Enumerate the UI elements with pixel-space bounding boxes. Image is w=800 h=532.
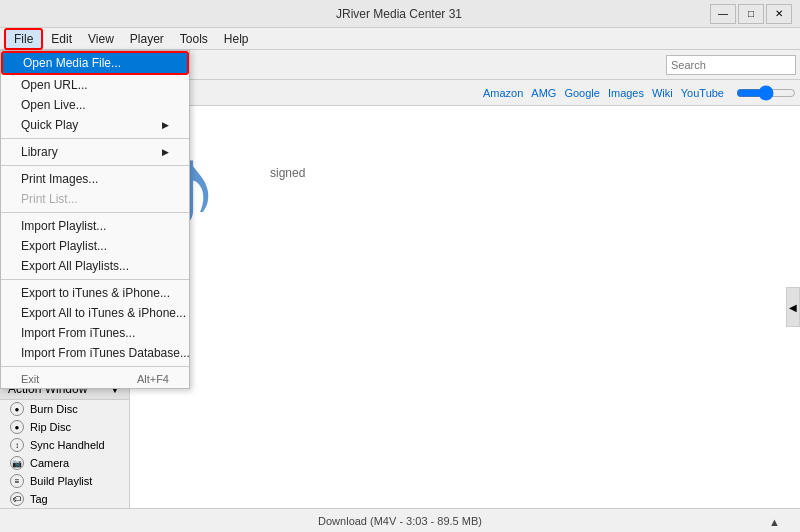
menu-file[interactable]: File	[4, 28, 43, 50]
menu-export-all-playlists[interactable]: Export All Playlists...	[1, 256, 189, 276]
file-dropdown: Open Media File... Open URL... Open Live…	[0, 50, 190, 389]
title-bar: JRiver Media Center 31 — □ ✕	[0, 0, 800, 28]
menu-import-playlist[interactable]: Import Playlist...	[1, 216, 189, 236]
menu-open-url[interactable]: Open URL...	[1, 75, 189, 95]
search-input[interactable]	[666, 55, 796, 75]
sync-handheld-label: Sync Handheld	[30, 439, 105, 451]
status-bar: Download (M4V - 3:03 - 89.5 MB) ▲	[0, 508, 800, 532]
sync-handheld-icon: ↕	[10, 438, 24, 452]
exit-label: Exit	[21, 373, 39, 385]
menu-quick-play[interactable]: Quick Play	[1, 115, 189, 135]
action-tag[interactable]: 🏷 Tag	[0, 490, 129, 508]
menu-open-live[interactable]: Open Live...	[1, 95, 189, 115]
menu-help[interactable]: Help	[216, 28, 257, 50]
search-box	[666, 55, 796, 75]
build-playlist-label: Build Playlist	[30, 475, 92, 487]
action-build-playlist[interactable]: ≡ Build Playlist	[0, 472, 129, 490]
amg-link[interactable]: AMG	[531, 87, 556, 99]
menu-library[interactable]: Library	[1, 142, 189, 162]
burn-disc-label: Burn Disc	[30, 403, 78, 415]
close-button[interactable]: ✕	[766, 4, 792, 24]
action-burn-disc[interactable]: ● Burn Disc	[0, 400, 129, 418]
menu-print-images[interactable]: Print Images...	[1, 169, 189, 189]
maximize-button[interactable]: □	[738, 4, 764, 24]
burn-disc-icon: ●	[10, 402, 24, 416]
tag-icon: 🏷	[10, 492, 24, 506]
action-window: Action Window ▼ ● Burn Disc ● Rip Disc ↕…	[0, 378, 130, 508]
separator-1	[1, 138, 189, 139]
status-text: Download (M4V - 3:03 - 89.5 MB)	[318, 515, 482, 527]
separator-5	[1, 366, 189, 367]
menu-import-itunes[interactable]: Import From iTunes...	[1, 323, 189, 343]
rip-disc-icon: ●	[10, 420, 24, 434]
menu-open-media-file[interactable]: Open Media File...	[1, 51, 189, 75]
title-bar-controls: — □ ✕	[710, 4, 792, 24]
slider-input[interactable]	[736, 86, 796, 100]
menu-player[interactable]: Player	[122, 28, 172, 50]
wiki-link[interactable]: Wiki	[652, 87, 673, 99]
menu-view[interactable]: View	[80, 28, 122, 50]
menu-print-list: Print List...	[1, 189, 189, 209]
action-camera[interactable]: 📷 Camera	[0, 454, 129, 472]
images-link[interactable]: Images	[608, 87, 644, 99]
menu-bar: File Edit View Player Tools Help Open Me…	[0, 28, 800, 50]
google-link[interactable]: Google	[564, 87, 599, 99]
menu-exit[interactable]: Exit Alt+F4	[1, 370, 189, 388]
menu-edit[interactable]: Edit	[43, 28, 80, 50]
separator-4	[1, 279, 189, 280]
action-sync-handheld[interactable]: ↕ Sync Handheld	[0, 436, 129, 454]
build-playlist-icon: ≡	[10, 474, 24, 488]
separator-3	[1, 212, 189, 213]
menu-export-itunes[interactable]: Export to iTunes & iPhone...	[1, 283, 189, 303]
menu-import-itunes-db[interactable]: Import From iTunes Database...	[1, 343, 189, 363]
scroll-up-icon[interactable]: ▲	[769, 516, 780, 528]
action-rip-disc[interactable]: ● Rip Disc	[0, 418, 129, 436]
title-bar-title: JRiver Media Center 31	[88, 7, 710, 21]
rip-disc-label: Rip Disc	[30, 421, 71, 433]
camera-icon: 📷	[10, 456, 24, 470]
signed-text: signed	[270, 166, 305, 180]
youtube-link[interactable]: YouTube	[681, 87, 724, 99]
tag-label: Tag	[30, 493, 48, 505]
exit-shortcut: Alt+F4	[137, 373, 169, 385]
menu-export-playlist[interactable]: Export Playlist...	[1, 236, 189, 256]
camera-label: Camera	[30, 457, 69, 469]
separator-2	[1, 165, 189, 166]
amazon-link[interactable]: Amazon	[483, 87, 523, 99]
service-links: Amazon AMG Google Images Wiki YouTube	[483, 86, 796, 100]
menu-export-all-itunes[interactable]: Export All to iTunes & iPhone...	[1, 303, 189, 323]
menu-tools[interactable]: Tools	[172, 28, 216, 50]
collapse-panel-button[interactable]: ◀	[786, 287, 800, 327]
zoom-slider[interactable]	[736, 86, 796, 100]
minimize-button[interactable]: —	[710, 4, 736, 24]
content-area: ♪ signed ◀	[130, 106, 800, 508]
